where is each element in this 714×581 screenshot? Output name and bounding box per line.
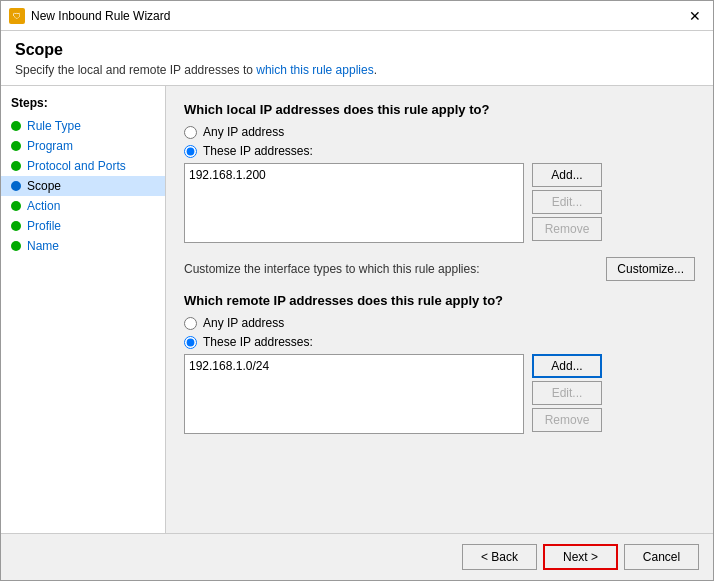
- local-edit-button[interactable]: Edit...: [532, 190, 602, 214]
- remote-ip-textarea[interactable]: [184, 354, 524, 434]
- remote-these-ip-label: These IP addresses:: [203, 335, 313, 349]
- dot-program: [11, 141, 21, 151]
- customize-row: Customize the interface types to which t…: [184, 257, 695, 281]
- dot-protocol-ports: [11, 161, 21, 171]
- local-ip-section: Which local IP addresses does this rule …: [184, 102, 695, 243]
- window-icon: 🛡: [9, 8, 25, 24]
- sidebar-label-profile: Profile: [27, 219, 61, 233]
- back-button[interactable]: < Back: [462, 544, 537, 570]
- sidebar-label-scope: Scope: [27, 179, 61, 193]
- main-panel: Which local IP addresses does this rule …: [166, 86, 713, 533]
- svg-text:🛡: 🛡: [13, 12, 21, 21]
- remote-ip-box-row: Add... Edit... Remove: [184, 354, 695, 434]
- local-any-ip-label: Any IP address: [203, 125, 284, 139]
- remote-remove-button[interactable]: Remove: [532, 408, 602, 432]
- local-any-ip-row: Any IP address: [184, 125, 695, 139]
- sidebar: Steps: Rule Type Program Protocol and Po…: [1, 86, 166, 533]
- customize-button[interactable]: Customize...: [606, 257, 695, 281]
- cancel-button[interactable]: Cancel: [624, 544, 699, 570]
- page-description: Specify the local and remote IP addresse…: [15, 63, 699, 77]
- local-these-ip-label: These IP addresses:: [203, 144, 313, 158]
- local-these-ip-row: These IP addresses:: [184, 144, 695, 158]
- sidebar-item-protocol-ports[interactable]: Protocol and Ports: [1, 156, 165, 176]
- local-ip-textarea[interactable]: [184, 163, 524, 243]
- local-remove-button[interactable]: Remove: [532, 217, 602, 241]
- dot-profile: [11, 221, 21, 231]
- dot-rule-type: [11, 121, 21, 131]
- remote-edit-button[interactable]: Edit...: [532, 381, 602, 405]
- remote-ip-buttons: Add... Edit... Remove: [532, 354, 602, 432]
- remote-these-ip-row: These IP addresses:: [184, 335, 695, 349]
- remote-ip-section: Which remote IP addresses does this rule…: [184, 293, 695, 434]
- remote-any-ip-radio[interactable]: [184, 317, 197, 330]
- sidebar-label-rule-type: Rule Type: [27, 119, 81, 133]
- dot-scope: [11, 181, 21, 191]
- sidebar-item-rule-type[interactable]: Rule Type: [1, 116, 165, 136]
- sidebar-item-scope[interactable]: Scope: [1, 176, 165, 196]
- sidebar-label-program: Program: [27, 139, 73, 153]
- page-header: Scope Specify the local and remote IP ad…: [1, 31, 713, 86]
- close-button[interactable]: ✕: [685, 6, 705, 26]
- next-button[interactable]: Next >: [543, 544, 618, 570]
- sidebar-item-action[interactable]: Action: [1, 196, 165, 216]
- customize-label: Customize the interface types to which t…: [184, 262, 479, 276]
- sidebar-label-name: Name: [27, 239, 59, 253]
- dot-name: [11, 241, 21, 251]
- local-any-ip-radio[interactable]: [184, 126, 197, 139]
- sidebar-item-name[interactable]: Name: [1, 236, 165, 256]
- remote-any-ip-row: Any IP address: [184, 316, 695, 330]
- local-add-button[interactable]: Add...: [532, 163, 602, 187]
- page-title: Scope: [15, 41, 699, 59]
- local-ip-buttons: Add... Edit... Remove: [532, 163, 602, 241]
- sidebar-label-action: Action: [27, 199, 60, 213]
- sidebar-item-program[interactable]: Program: [1, 136, 165, 156]
- title-bar: 🛡 New Inbound Rule Wizard ✕: [1, 1, 713, 31]
- content-area: Steps: Rule Type Program Protocol and Po…: [1, 86, 713, 533]
- remote-ip-title: Which remote IP addresses does this rule…: [184, 293, 695, 308]
- steps-label: Steps:: [1, 96, 165, 116]
- local-these-ip-radio[interactable]: [184, 145, 197, 158]
- local-ip-box-row: Add... Edit... Remove: [184, 163, 695, 243]
- remote-any-ip-label: Any IP address: [203, 316, 284, 330]
- dot-action: [11, 201, 21, 211]
- remote-add-button[interactable]: Add...: [532, 354, 602, 378]
- remote-these-ip-radio[interactable]: [184, 336, 197, 349]
- sidebar-label-protocol-ports: Protocol and Ports: [27, 159, 126, 173]
- sidebar-item-profile[interactable]: Profile: [1, 216, 165, 236]
- main-window: 🛡 New Inbound Rule Wizard ✕ Scope Specif…: [0, 0, 714, 581]
- footer: < Back Next > Cancel: [1, 533, 713, 580]
- local-ip-title: Which local IP addresses does this rule …: [184, 102, 695, 117]
- window-title: New Inbound Rule Wizard: [31, 9, 685, 23]
